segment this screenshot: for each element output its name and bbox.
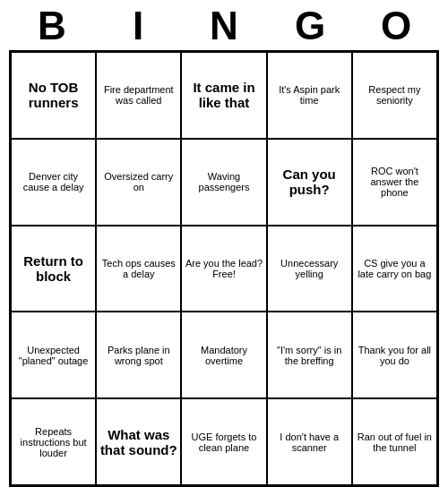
bingo-cell-22[interactable]: UGE forgets to clean plane: [181, 398, 266, 485]
bingo-cell-24[interactable]: Ran out of fuel in the tunnel: [352, 398, 437, 485]
bingo-grid: No TOB runnersFire department was called…: [9, 50, 439, 487]
bingo-title: B I N G O: [9, 0, 439, 50]
bingo-cell-7[interactable]: Waving passengers: [181, 139, 266, 226]
bingo-cell-6[interactable]: Oversized carry on: [96, 139, 181, 226]
bingo-cell-23[interactable]: I don't have a scanner: [267, 398, 352, 485]
bingo-cell-17[interactable]: Mandatory overtime: [181, 312, 266, 398]
bingo-cell-14[interactable]: CS give you a late carry on bag: [352, 226, 437, 312]
bingo-cell-12[interactable]: Are you the lead? Free!: [181, 226, 266, 312]
bingo-cell-20[interactable]: Repeats instructions but louder: [11, 398, 96, 485]
bingo-cell-8[interactable]: Can you push?: [267, 139, 352, 226]
letter-i: I: [102, 4, 174, 48]
bingo-cell-9[interactable]: ROC won't answer the phone: [352, 139, 437, 226]
letter-g: G: [274, 4, 346, 48]
bingo-cell-13[interactable]: Unnecessary yelling: [267, 226, 352, 312]
bingo-cell-1[interactable]: Fire department was called: [96, 52, 181, 139]
bingo-cell-21[interactable]: What was that sound?: [96, 398, 181, 485]
bingo-cell-11[interactable]: Tech ops causes a delay: [96, 226, 181, 312]
letter-b: B: [16, 4, 88, 48]
bingo-cell-2[interactable]: It came in like that: [181, 52, 266, 139]
bingo-cell-18[interactable]: "I'm sorry" is in the breffing: [267, 312, 352, 398]
letter-n: N: [188, 4, 260, 48]
bingo-cell-16[interactable]: Parks plane in wrong spot: [96, 312, 181, 398]
bingo-cell-15[interactable]: Unexpected "planed" outage: [11, 312, 96, 398]
bingo-cell-10[interactable]: Return to block: [11, 226, 96, 312]
bingo-cell-19[interactable]: Thank you for all you do: [352, 312, 437, 398]
bingo-cell-3[interactable]: It's Aspin park time: [267, 52, 352, 139]
bingo-cell-4[interactable]: Respect my seniority: [352, 52, 437, 139]
bingo-cell-0[interactable]: No TOB runners: [11, 52, 96, 139]
bingo-cell-5[interactable]: Denver city cause a delay: [11, 139, 96, 226]
letter-o: O: [360, 4, 432, 48]
